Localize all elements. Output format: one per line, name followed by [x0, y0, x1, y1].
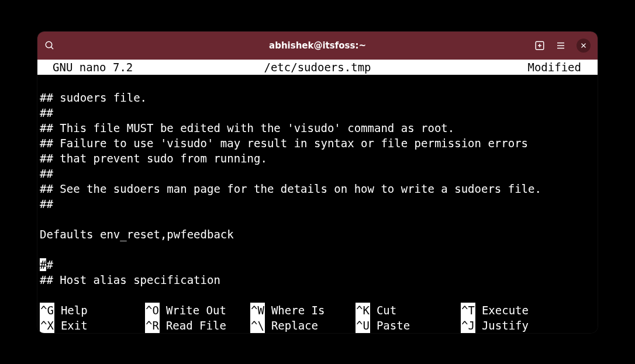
terminal-content[interactable]: GNU nano 7.2 /etc/sudoers.tmp Modified #…: [37, 60, 598, 333]
editor-line: ## that prevent sudo from running.: [40, 152, 267, 165]
nano-footer: ^GHelp ^OWrite Out ^WWhere Is ^KCut ^TEx…: [37, 303, 598, 333]
editor-line: ##: [40, 167, 53, 180]
editor-line: ##: [40, 106, 53, 119]
shortcut-write-out: ^OWrite Out: [145, 303, 250, 318]
nano-status: Modified: [527, 60, 595, 75]
cursor: #: [40, 258, 46, 271]
footer-row: ^GHelp ^OWrite Out ^WWhere Is ^KCut ^TEx…: [40, 303, 595, 318]
shortcut-paste: ^UPaste: [356, 318, 461, 333]
editor-line: ## This file MUST be edited with the 'vi…: [40, 122, 454, 134]
editor-line: ##: [40, 197, 53, 210]
nano-file-name: /etc/sudoers.tmp: [264, 60, 371, 75]
shortcut-help: ^GHelp: [40, 303, 145, 318]
editor-line: ## Failure to use 'visudo' may result in…: [40, 137, 528, 150]
footer-row: ^XExit ^RRead File ^\Replace ^UPaste ^JJ…: [40, 318, 595, 333]
shortcut-cut: ^KCut: [356, 303, 461, 318]
shortcut-exit: ^XExit: [40, 318, 145, 333]
window-title: abhishek@itsfoss:~: [269, 40, 366, 51]
editor-line: ##: [40, 258, 53, 271]
nano-editor-body[interactable]: ## sudoers file. ## ## This file MUST be…: [37, 75, 598, 287]
search-icon[interactable]: [44, 40, 55, 51]
shortcut-where-is: ^WWhere Is: [250, 303, 356, 318]
shortcut-read-file: ^RRead File: [145, 318, 250, 333]
svg-line-1: [51, 47, 53, 49]
editor-line: ## See the sudoers man page for the deta…: [40, 182, 541, 195]
new-tab-icon[interactable]: [534, 40, 545, 51]
shortcut-execute: ^TExecute: [461, 303, 566, 318]
svg-point-0: [46, 41, 52, 48]
shortcut-justify: ^JJustify: [461, 318, 566, 333]
editor-line: ## sudoers file.: [40, 91, 147, 104]
menu-icon[interactable]: [555, 40, 566, 51]
editor-line: ## Host alias specification: [40, 273, 220, 286]
terminal-window: abhishek@itsfoss:~ GNU nano 7.2 /etc/sud…: [37, 32, 598, 333]
nano-header: GNU nano 7.2 /etc/sudoers.tmp Modified: [37, 60, 598, 75]
nano-app-name: GNU nano 7.2: [40, 60, 133, 75]
close-button[interactable]: [577, 39, 591, 53]
editor-line: Defaults env_reset,pwfeedback: [40, 228, 234, 241]
shortcut-replace: ^\Replace: [250, 318, 356, 333]
titlebar: abhishek@itsfoss:~: [37, 32, 598, 60]
